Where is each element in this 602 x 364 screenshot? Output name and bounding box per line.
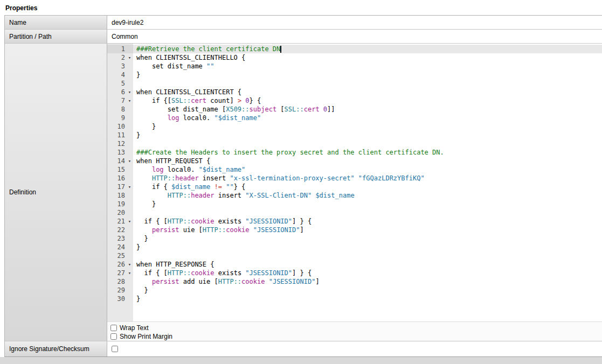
code-line[interactable]: 22 persist uie [HTTP::cookie "JSESSIONID… (107, 226, 602, 234)
line-number-gutter[interactable]: 24 (107, 243, 133, 251)
code-line[interactable]: 16 HTTP::header insert "x-ssl-terminatio… (107, 174, 602, 183)
code-line[interactable]: 24} (107, 243, 602, 251)
code-line[interactable]: 17▾ if { $dist_name != ""} { (107, 183, 602, 191)
fold-arrow-icon[interactable]: ▾ (126, 88, 133, 96)
line-number-gutter[interactable]: 4 (107, 71, 133, 79)
line-number-gutter[interactable]: 23 (107, 234, 133, 243)
line-number[interactable]: 22 (107, 226, 126, 234)
code-line[interactable]: 5 (107, 79, 602, 88)
line-number-gutter[interactable]: 21▾ (107, 217, 133, 226)
line-number-gutter[interactable]: 6▾ (107, 88, 133, 96)
line-number-gutter[interactable]: 11 (107, 131, 133, 139)
code-line-text[interactable]: if { $dist_name != ""} { (133, 183, 602, 191)
code-line-text[interactable]: set dist_name "" (133, 62, 602, 71)
code-line[interactable]: 9 log local0. "$dist_name" (107, 114, 602, 122)
code-line-text[interactable]: } (133, 131, 602, 139)
code-line-text[interactable] (133, 251, 602, 260)
line-number-gutter[interactable]: 28 (107, 277, 133, 286)
code-line-text[interactable]: when CLIENTSSL_CLIENTHELLO { (133, 53, 602, 62)
show-print-margin-checkbox[interactable] (110, 333, 117, 340)
code-line-text[interactable]: HTTP::header insert "x-ssl-termination-p… (133, 174, 602, 183)
line-number[interactable]: 21 (107, 217, 126, 226)
line-number-gutter[interactable]: 9 (107, 114, 133, 122)
irule-code-editor[interactable]: 1###Retrieve the client certificate DN2▾… (107, 44, 602, 321)
line-number[interactable]: 10 (107, 122, 126, 131)
line-number[interactable]: 5 (107, 79, 126, 88)
code-line-text[interactable]: } (133, 122, 602, 131)
line-number-gutter[interactable]: 26▾ (107, 260, 133, 269)
line-number-gutter[interactable]: 27▾ (107, 269, 133, 277)
code-line[interactable]: 21▾ if { [HTTP::cookie exists "JSESSIONI… (107, 217, 602, 226)
code-line[interactable]: 12 (107, 139, 602, 148)
code-line-text[interactable]: } (133, 71, 602, 79)
code-line[interactable]: 7▾ if {[SSL::cert count] > 0} { (107, 96, 602, 105)
show-print-margin-option[interactable]: Show Print Margin (109, 332, 602, 341)
code-line-text[interactable] (133, 139, 602, 148)
wrap-text-checkbox[interactable] (110, 325, 117, 331)
line-number[interactable]: 17 (107, 183, 126, 191)
code-line[interactable]: 3 set dist_name "" (107, 62, 602, 71)
code-line-text[interactable]: set dist_name [X509::subject [SSL::cert … (133, 105, 602, 114)
code-line[interactable]: 27▾ if { [HTTP::cookie exists "JSESSIONI… (107, 269, 602, 277)
line-number[interactable]: 7 (107, 96, 126, 105)
line-number[interactable]: 11 (107, 131, 126, 139)
line-number[interactable]: 24 (107, 243, 126, 251)
line-number-gutter[interactable]: 1 (107, 45, 133, 53)
line-number[interactable]: 30 (107, 295, 126, 303)
fold-arrow-icon[interactable]: ▾ (126, 183, 133, 191)
code-line-text[interactable]: } (133, 243, 602, 251)
code-line[interactable]: 13###Create the Headers to insert the pr… (107, 148, 602, 157)
code-line-text[interactable]: when HTTP_REQUEST { (133, 157, 602, 165)
code-line[interactable]: 30} (107, 295, 602, 303)
line-number-gutter[interactable]: 16 (107, 174, 133, 183)
code-line-text[interactable]: } (133, 200, 602, 208)
code-line[interactable]: 2▾when CLIENTSSL_CLIENTHELLO { (107, 53, 602, 62)
line-number-gutter[interactable]: 29 (107, 286, 133, 295)
line-number[interactable]: 9 (107, 114, 126, 122)
line-number[interactable]: 26 (107, 260, 126, 269)
code-line[interactable]: 8 set dist_name [X509::subject [SSL::cer… (107, 105, 602, 114)
line-number-gutter[interactable]: 22 (107, 226, 133, 234)
code-line[interactable]: 1###Retrieve the client certificate DN (107, 45, 602, 53)
code-line[interactable]: 26▾when HTTP_RESPONSE { (107, 260, 602, 269)
line-number[interactable]: 1 (107, 45, 126, 53)
line-number[interactable]: 27 (107, 269, 126, 277)
fold-arrow-icon[interactable]: ▾ (126, 217, 133, 226)
code-line-text[interactable]: if { [HTTP::cookie exists "JSESSIONID"] … (133, 217, 602, 226)
code-line[interactable]: 23 } (107, 234, 602, 243)
line-number-gutter[interactable]: 12 (107, 139, 133, 148)
code-line[interactable]: 18 HTTP::header insert "X-SSL-Client-DN"… (107, 191, 602, 200)
code-line-text[interactable]: ###Retrieve the client certificate DN (133, 45, 602, 53)
line-number-gutter[interactable]: 25 (107, 251, 133, 260)
fold-arrow-icon[interactable]: ▾ (126, 53, 133, 62)
line-number[interactable]: 13 (107, 148, 126, 157)
line-number[interactable]: 16 (107, 174, 126, 183)
line-number-gutter[interactable]: 10 (107, 122, 133, 131)
code-line-text[interactable]: log local0. "$dist_name" (133, 165, 602, 174)
code-line-text[interactable]: } (133, 234, 602, 243)
line-number[interactable]: 20 (107, 208, 126, 217)
line-number-gutter[interactable]: 8 (107, 105, 133, 114)
code-line-text[interactable]: if {[SSL::cert count] > 0} { (133, 96, 602, 105)
line-number[interactable]: 15 (107, 165, 126, 174)
code-line[interactable]: 15 log local0. "$dist_name" (107, 165, 602, 174)
code-line[interactable]: 10 } (107, 122, 602, 131)
code-line[interactable]: 19 } (107, 200, 602, 208)
code-line-text[interactable]: log local0. "$dist_name" (133, 114, 602, 122)
code-line[interactable]: 6▾when CLIENTSSL_CLIENTCERT { (107, 88, 602, 96)
line-number[interactable]: 25 (107, 251, 126, 260)
line-number-gutter[interactable]: 2▾ (107, 53, 133, 62)
code-line[interactable]: 11} (107, 131, 602, 139)
fold-arrow-icon[interactable]: ▾ (126, 96, 133, 105)
code-line[interactable]: 14▾when HTTP_REQUEST { (107, 157, 602, 165)
line-number-gutter[interactable]: 17▾ (107, 183, 133, 191)
line-number-gutter[interactable]: 13 (107, 148, 133, 157)
line-number[interactable]: 19 (107, 200, 126, 208)
code-line-text[interactable]: when CLIENTSSL_CLIENTCERT { (133, 88, 602, 96)
code-line[interactable]: 25 (107, 251, 602, 260)
line-number-gutter[interactable]: 3 (107, 62, 133, 71)
line-number-gutter[interactable]: 15 (107, 165, 133, 174)
code-line-text[interactable]: HTTP::header insert "X-SSL-Client-DN" $d… (133, 191, 602, 200)
code-line[interactable]: 28 persist add uie [HTTP::cookie "JSESSI… (107, 277, 602, 286)
line-number-gutter[interactable]: 18 (107, 191, 133, 200)
